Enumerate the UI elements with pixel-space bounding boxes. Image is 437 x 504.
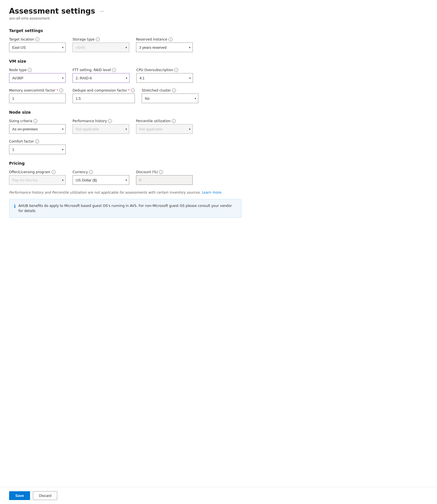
node-type-info-icon[interactable]: i: [28, 68, 32, 72]
dedupe-compression-label: Dedupe and compression factor * i: [73, 88, 135, 92]
target-location-group: Target location i East US West US West E…: [9, 37, 66, 52]
node-type-label: Node type i: [9, 68, 66, 72]
percentile-utilization-label: Percentile utilization i: [136, 119, 193, 123]
currency-label: Currency i: [73, 170, 129, 174]
cpu-oversubscription-select[interactable]: 2:1 4:1 6:1 8:1: [136, 73, 193, 83]
performance-history-info-icon[interactable]: i: [108, 119, 112, 123]
ellipsis-menu-button[interactable]: ···: [98, 8, 106, 15]
info-banner: ℹ AHUB benefits do apply to Microsoft ba…: [9, 199, 241, 218]
cpu-oversubscription-group: CPU Oversubscription i 2:1 4:1 6:1 8:1 ▾: [136, 68, 193, 83]
performance-history-group: Performance history i Not applicable ▾: [73, 119, 129, 134]
info-banner-text: AHUB benefits do apply to Microsoft base…: [18, 203, 237, 213]
currency-group: Currency i US Dollar ($) Euro (€) Britis…: [73, 170, 129, 185]
cpu-oversubscription-info-icon[interactable]: i: [174, 68, 178, 72]
dedupe-compression-group: Dedupe and compression factor * i: [73, 88, 135, 103]
node-type-select-wrapper: AV36 AV36P AV52 ▾: [9, 73, 66, 83]
ftt-setting-info-icon[interactable]: i: [112, 68, 116, 72]
discount-input: [136, 175, 193, 185]
percentile-utilization-group: Percentile utilization i Not applicable …: [136, 119, 193, 134]
pricing-section-title: Pricing: [9, 161, 246, 166]
target-location-info-icon[interactable]: i: [35, 37, 39, 41]
dedupe-compression-info-icon[interactable]: i: [131, 88, 135, 92]
discount-group: Discount (%) i: [136, 170, 193, 185]
info-banner-icon: ℹ: [14, 204, 16, 209]
percentile-utilization-select: Not applicable: [136, 124, 193, 134]
percentile-utilization-info-icon[interactable]: i: [172, 119, 176, 123]
memory-overcommit-label: Memory overcommit factor * i: [9, 88, 66, 92]
target-settings-section-title: Target settings: [9, 28, 246, 33]
node-size-section-title: Node size: [9, 110, 246, 115]
sizing-criteria-select[interactable]: As on-premises Performance-based: [9, 124, 66, 134]
comfort-factor-select[interactable]: 1 1.3 1.5 2: [9, 145, 66, 154]
dedupe-compression-required: *: [128, 88, 130, 92]
reserved-instance-select-wrapper: None 1 year reserved 3 years reserved ▾: [136, 43, 193, 52]
storage-type-label: Storage type i: [73, 37, 129, 41]
reserved-instance-label: Reserved instance i: [136, 37, 193, 41]
cpu-oversubscription-select-wrapper: 2:1 4:1 6:1 8:1 ▾: [136, 73, 193, 83]
reserved-instance-info-icon[interactable]: i: [169, 37, 173, 41]
stretched-cluster-info-icon[interactable]: i: [172, 88, 176, 92]
storage-type-select-wrapper: vSAN ▾: [73, 43, 129, 52]
discard-button[interactable]: Discard: [33, 491, 57, 500]
discount-label: Discount (%) i: [136, 170, 193, 174]
stretched-cluster-label: Stretched cluster i: [142, 88, 198, 92]
ftt-setting-select-wrapper: 1, RAID-1 (Mirroring) 1, RAID-5 (Erasure…: [73, 73, 130, 83]
target-location-label: Target location i: [9, 37, 66, 41]
ftt-setting-group: FTT setting, RAID level i 1, RAID-1 (Mir…: [73, 68, 130, 83]
target-location-select[interactable]: East US West US West Europe North Europe: [9, 43, 66, 52]
percentile-utilization-select-wrapper: Not applicable ▾: [136, 124, 193, 134]
save-button[interactable]: Save: [9, 491, 30, 500]
discount-info-icon[interactable]: i: [159, 170, 163, 174]
learn-more-link[interactable]: Learn more.: [202, 190, 222, 194]
storage-type-group: Storage type i vSAN ▾: [73, 37, 129, 52]
performance-history-label: Performance history i: [73, 119, 129, 123]
page-title: Assessment settings: [9, 7, 95, 15]
bottom-bar: Save Discard: [0, 487, 437, 504]
offer-licensing-group: Offer/Licensing program i Pay-As-You-Go …: [9, 170, 66, 185]
offer-licensing-label: Offer/Licensing program i: [9, 170, 66, 174]
currency-info-icon[interactable]: i: [89, 170, 93, 174]
ftt-setting-label: FTT setting, RAID level i: [73, 68, 130, 72]
target-location-select-wrapper: East US West US West Europe North Europe…: [9, 43, 66, 52]
offer-licensing-select-wrapper: Pay-As-You-Go ▾: [9, 175, 66, 185]
offer-licensing-info-icon[interactable]: i: [52, 170, 56, 174]
storage-type-select: vSAN: [73, 43, 129, 52]
comfort-factor-label: Comfort factor i: [9, 139, 66, 143]
dedupe-compression-input[interactable]: [73, 94, 135, 103]
node-type-select[interactable]: AV36 AV36P AV52: [9, 73, 66, 83]
performance-history-select-wrapper: Not applicable ▾: [73, 124, 129, 134]
stretched-cluster-select-wrapper: No Yes ▾: [142, 94, 198, 103]
memory-overcommit-input[interactable]: [9, 94, 66, 103]
comfort-factor-group: Comfort factor i 1 1.3 1.5 2 ▾: [9, 139, 66, 154]
offer-licensing-select: Pay-As-You-Go: [9, 175, 66, 185]
node-type-group: Node type i AV36 AV36P AV52 ▾: [9, 68, 66, 83]
performance-history-select: Not applicable: [73, 124, 129, 134]
memory-overcommit-info-icon[interactable]: i: [59, 88, 63, 92]
sizing-criteria-group: Sizing criteria i As on-premises Perform…: [9, 119, 66, 134]
storage-type-info-icon[interactable]: i: [96, 37, 100, 41]
page-subtitle: avs-all-vms-assessment: [9, 16, 246, 20]
stretched-cluster-select[interactable]: No Yes: [142, 94, 198, 103]
footer-note: Performance history and Percentile utili…: [9, 190, 241, 194]
ftt-setting-select[interactable]: 1, RAID-1 (Mirroring) 1, RAID-5 (Erasure…: [73, 73, 130, 83]
sizing-criteria-select-wrapper: As on-premises Performance-based ▾: [9, 124, 66, 134]
reserved-instance-group: Reserved instance i None 1 year reserved…: [136, 37, 193, 52]
sizing-criteria-label: Sizing criteria i: [9, 119, 66, 123]
sizing-criteria-info-icon[interactable]: i: [33, 119, 37, 123]
reserved-instance-select[interactable]: None 1 year reserved 3 years reserved: [136, 43, 193, 52]
memory-overcommit-required: *: [56, 88, 58, 92]
cpu-oversubscription-label: CPU Oversubscription i: [136, 68, 193, 72]
vm-size-section-title: VM size: [9, 59, 246, 63]
stretched-cluster-group: Stretched cluster i No Yes ▾: [142, 88, 198, 103]
currency-select[interactable]: US Dollar ($) Euro (€) British Pound (£): [73, 175, 129, 185]
comfort-factor-info-icon[interactable]: i: [35, 139, 39, 143]
comfort-factor-select-wrapper: 1 1.3 1.5 2 ▾: [9, 145, 66, 154]
currency-select-wrapper: US Dollar ($) Euro (€) British Pound (£)…: [73, 175, 129, 185]
memory-overcommit-group: Memory overcommit factor * i: [9, 88, 66, 103]
